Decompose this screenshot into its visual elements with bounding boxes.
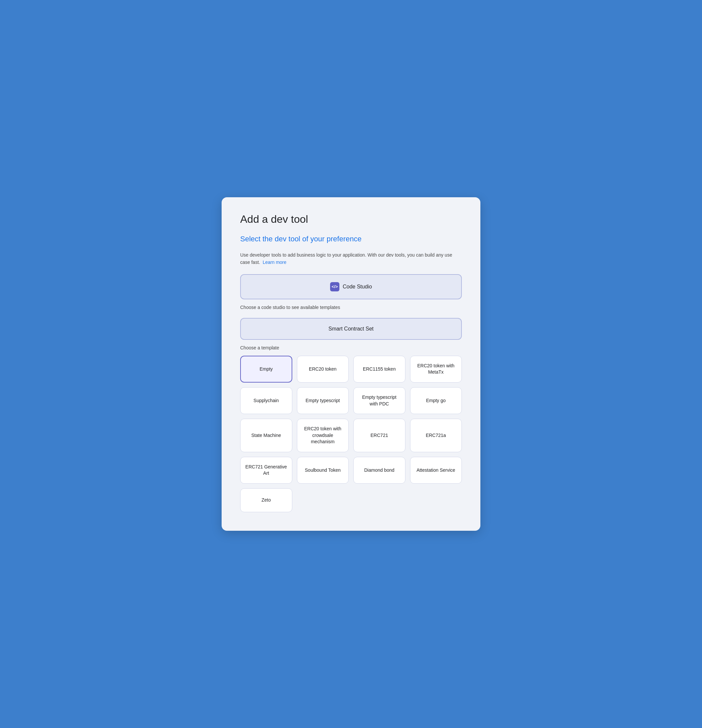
smart-contract-set-button[interactable]: Smart Contract Set (240, 318, 462, 340)
template-card-erc721[interactable]: ERC721 (353, 419, 405, 452)
code-studio-label: Code Studio (343, 284, 372, 290)
template-card-erc20-token[interactable]: ERC20 token (297, 356, 349, 383)
code-studio-button[interactable]: </> Code Studio (240, 274, 462, 299)
template-card-zeto[interactable]: Zeto (240, 488, 292, 512)
template-card-empty-typescript[interactable]: Empty typescript (297, 387, 349, 414)
template-card-empty[interactable]: Empty (240, 356, 292, 383)
template-card-erc721a[interactable]: ERC721a (410, 419, 462, 452)
dialog-title: Add a dev tool (240, 213, 462, 225)
template-card-empty-typescript-pdc[interactable]: Empty typescript with PDC (353, 387, 405, 414)
learn-more-link[interactable]: Learn more (263, 260, 287, 265)
template-card-state-machine[interactable]: State Machine (240, 419, 292, 452)
template-grid: EmptyERC20 tokenERC1155 tokenERC20 token… (240, 356, 462, 512)
description: Use developer tools to add business logi… (240, 251, 462, 266)
template-card-erc20-crowdsale[interactable]: ERC20 token with crowdsale mechanism (297, 419, 349, 452)
template-card-erc1155-token[interactable]: ERC1155 token (353, 356, 405, 383)
add-dev-tool-dialog: Add a dev tool Select the dev tool of yo… (221, 197, 481, 531)
template-card-attestation-service[interactable]: Attestation Service (410, 457, 462, 484)
template-card-erc721-generative-art[interactable]: ERC721 Generative Art (240, 457, 292, 484)
template-card-erc20-metatx[interactable]: ERC20 token with MetaTx (410, 356, 462, 383)
template-card-diamond-bond[interactable]: Diamond bond (353, 457, 405, 484)
code-studio-icon: </> (330, 282, 339, 292)
template-card-soulbound-token[interactable]: Soulbound Token (297, 457, 349, 484)
template-card-empty-go[interactable]: Empty go (410, 387, 462, 414)
section-title: Select the dev tool of your preference (240, 235, 462, 243)
choose-template-label: Choose a template (240, 345, 462, 350)
template-card-supplychain[interactable]: Supplychain (240, 387, 292, 414)
smart-contract-label: Smart Contract Set (329, 326, 373, 332)
choose-studio-label: Choose a code studio to see available te… (240, 305, 462, 310)
